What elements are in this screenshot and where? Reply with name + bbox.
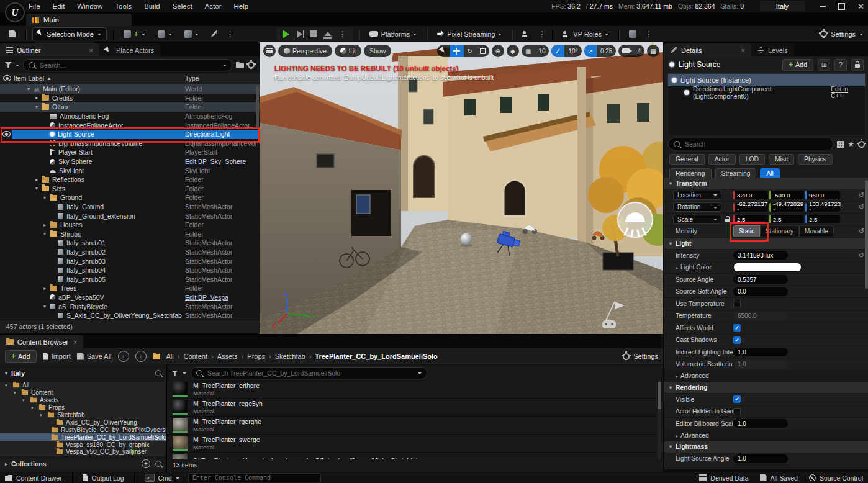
close-icon[interactable]: ×	[741, 47, 745, 54]
filter-chip[interactable]: LOD	[739, 154, 765, 165]
tab-details[interactable]: Details ×	[664, 43, 751, 56]
save-button[interactable]	[5, 28, 19, 40]
restore-icon[interactable]	[838, 3, 845, 10]
folder-tree-item[interactable]: Assets	[0, 397, 166, 404]
add-actor-button[interactable]: +	[120, 28, 149, 40]
outliner-row[interactable]: S_Axis_CC_by_OliverYeung_Sketchfab Stati…	[0, 311, 260, 320]
intensity-input[interactable]: 3.141593 lux	[733, 251, 788, 260]
rotation-dropdown[interactable]: Rotation	[673, 202, 721, 212]
menu-item[interactable]: File	[29, 2, 40, 10]
outliner-row[interactable]: InstancedFoliageActor InstancedFoliageAc…	[0, 120, 260, 130]
expand-arrow-icon[interactable]	[43, 231, 50, 237]
cast-shadows-checkbox[interactable]	[733, 336, 741, 344]
search-icon[interactable]	[155, 370, 161, 376]
grid-snap-icon[interactable]: ▦	[522, 45, 535, 57]
section-transform[interactable]: ▾Transform	[664, 178, 868, 189]
menu-item[interactable]: Build	[144, 2, 160, 10]
viewport-scene[interactable]: Z Y X	[260, 42, 663, 334]
location-y-input[interactable]: -500.0	[769, 191, 804, 199]
eject-icon[interactable]	[324, 32, 332, 36]
asset-item[interactable]: M_TreePlanter_swerge Material	[170, 435, 656, 453]
folder-tree-item[interactable]: Content	[0, 389, 166, 397]
close-icon[interactable]: ×	[89, 47, 93, 54]
visible-checkbox[interactable]	[733, 395, 741, 403]
outliner-row[interactable]: aS_RustyBicycle StaticMeshActor	[0, 302, 260, 311]
add-component-button[interactable]: +Add	[782, 59, 813, 71]
section-lightmass[interactable]: ▾Lightmass	[664, 441, 868, 453]
menu-item[interactable]: Actor	[205, 2, 222, 10]
outliner-row[interactable]: Other Folder	[0, 102, 260, 112]
reset-to-default-icon[interactable]: ↺	[859, 191, 864, 199]
outliner-row[interactable]: Credits Folder	[0, 94, 260, 103]
component-row-directional-light[interactable]: DirectionalLightComponent (LightComponen…	[668, 86, 865, 99]
section-rendering[interactable]: ▾Rendering	[664, 382, 868, 394]
asset-search-input[interactable]	[206, 369, 414, 377]
move-tool[interactable]	[450, 45, 464, 57]
camera-speed-icon[interactable]	[618, 45, 633, 57]
outliner-row[interactable]: Player Start PlayerStart	[0, 148, 260, 157]
location-dropdown[interactable]: Location	[673, 191, 721, 200]
source-control-button[interactable]: Source Control	[809, 474, 863, 482]
breadcrumb-item[interactable]: Content	[183, 353, 213, 360]
outliner-row[interactable]: Houses Folder	[0, 220, 260, 230]
browse-icon[interactable]: ⊞	[818, 59, 830, 71]
show-dropdown[interactable]: Show	[364, 45, 391, 57]
tab-outliner[interactable]: Outliner ×	[0, 43, 99, 56]
section-light[interactable]: ▾Light	[664, 238, 868, 250]
outliner-row[interactable]: Light Source DirectionalLight	[0, 130, 260, 139]
outliner-row[interactable]: Italy_shrub04 StaticMeshActor	[0, 266, 260, 275]
vcam-options-icon[interactable]: ⋮	[645, 30, 653, 38]
scale-x-input[interactable]: 2.5	[733, 215, 768, 223]
expand-arrow-icon[interactable]	[43, 195, 50, 201]
world-space-toggle[interactable]: ⊕	[492, 45, 504, 57]
outliner-row[interactable]: aBP_Vespa50V Edit BP_Vespa	[0, 293, 260, 302]
folder-tree-item[interactable]: Axis_CC_by_OliverYeung	[0, 418, 166, 426]
breadcrumb-item[interactable]: All	[166, 353, 180, 360]
unreal-logo-icon[interactable]: U	[5, 2, 25, 22]
mobility-static-button[interactable]: Static	[733, 225, 760, 237]
toolbar-overflow-icon[interactable]: ⋮	[227, 30, 234, 38]
current-folder-icon[interactable]	[153, 354, 160, 359]
reset-to-default-icon[interactable]: ↺	[859, 203, 864, 211]
cb-add-button[interactable]: +Add	[5, 350, 37, 363]
actor-hidden-checkbox[interactable]	[733, 408, 741, 415]
location-x-input[interactable]: 320.0	[733, 191, 768, 199]
console-command-input[interactable]	[188, 473, 321, 482]
stop-icon[interactable]	[310, 30, 317, 37]
cmd-dropdown[interactable]: >_Cmd	[145, 474, 179, 482]
expand-arrow-icon[interactable]	[31, 405, 36, 410]
billboard-scale-input[interactable]: 1.0	[733, 419, 788, 428]
rendering-advanced-row[interactable]: ▸Advanced	[664, 430, 868, 441]
outliner-scrollbar[interactable]	[256, 86, 259, 129]
expand-arrow-icon[interactable]	[35, 104, 42, 110]
outliner-search[interactable]	[23, 59, 232, 71]
expand-arrow-icon[interactable]	[43, 222, 50, 228]
close-icon[interactable]: ✕	[857, 2, 864, 11]
back-icon[interactable]: ‹	[118, 351, 129, 362]
expand-arrow-icon[interactable]	[43, 304, 50, 309]
asset-list-scrollbar[interactable]	[658, 381, 661, 459]
menu-item[interactable]: Edit	[53, 2, 65, 10]
tab-content-browser[interactable]: Content Browser ×	[0, 335, 83, 348]
breadcrumb-item[interactable]: Props	[247, 353, 271, 360]
expand-arrow-icon[interactable]	[40, 413, 45, 418]
breadcrumb-item[interactable]: TreePlanter_CC_by_LordSamueliSolo	[315, 353, 437, 360]
maximize-viewport-button[interactable]: ▦	[647, 45, 659, 57]
sources-header[interactable]: ▾ Italy	[0, 367, 166, 379]
details-settings-icon[interactable]	[858, 141, 865, 148]
details-search-input[interactable]	[684, 140, 828, 148]
reset-to-default-icon[interactable]: ↺	[859, 227, 864, 235]
pixel-streaming-dropdown[interactable]: Pixel Streaming	[433, 28, 505, 40]
outliner-row[interactable]: Italy_shrub03 StaticMeshActor	[0, 256, 260, 266]
forward-icon[interactable]: ›	[135, 351, 147, 362]
details-scrollbar[interactable]	[865, 180, 868, 289]
selection-m0de-dropdown[interactable]: Selection Mode	[32, 27, 107, 40]
expand-arrow-icon[interactable]	[5, 383, 10, 388]
camera-speed-value[interactable]: 4	[633, 45, 644, 57]
help-icon[interactable]: ?	[834, 59, 847, 71]
viewport[interactable]: Z Y X Perspective Lit Show ↻	[260, 42, 663, 334]
expand-arrow-icon[interactable]	[22, 398, 27, 403]
edit-in-cpp-link[interactable]: Edit in C++	[831, 86, 861, 99]
filter-chip[interactable]: Physics	[798, 154, 832, 165]
select-tool[interactable]	[437, 45, 450, 57]
